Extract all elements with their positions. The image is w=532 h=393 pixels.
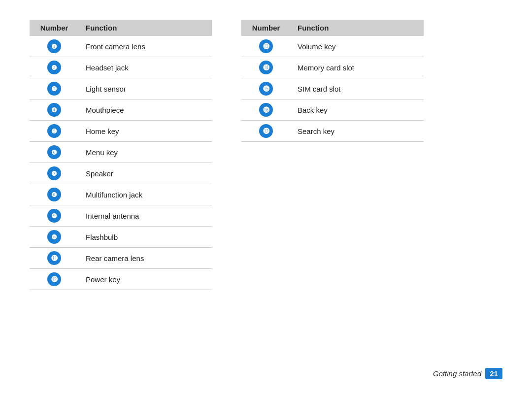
func-cell: Light sensor	[79, 78, 212, 99]
func-cell: Memory card slot	[291, 57, 424, 78]
num-cell: ❿	[30, 227, 79, 248]
func-cell: Flashbulb	[79, 227, 212, 248]
num-badge: ❶	[47, 39, 61, 53]
table-row: ⓭ Volume key	[241, 36, 424, 57]
table-left: Number Function ❶ Front camera lens ❷ He…	[30, 20, 212, 290]
num-badge: ❷	[47, 61, 61, 74]
num-badge: ❻	[47, 145, 61, 159]
num-cell: ❹	[30, 99, 79, 121]
table-row: ❼ Speaker	[30, 163, 212, 184]
func-cell: Mouthpiece	[79, 99, 212, 121]
table-right: Number Function ⓭ Volume key ⓮ Memory ca…	[241, 20, 424, 142]
num-badge: ⓰	[259, 103, 273, 117]
table-row: ❹ Mouthpiece	[30, 99, 212, 121]
func-cell: Rear camera lens	[79, 248, 212, 269]
num-cell: ⓰	[241, 99, 291, 121]
table1-header-function: Function	[79, 20, 212, 36]
func-cell: Menu key	[79, 142, 212, 163]
num-badge: ❺	[47, 124, 61, 138]
func-cell: Headset jack	[79, 57, 212, 78]
num-badge: ⓭	[259, 39, 273, 53]
table2-header-function: Function	[291, 20, 424, 36]
func-cell: Power key	[79, 269, 212, 290]
footer: Getting started 21	[433, 368, 502, 379]
table-row: ⓰ Back key	[241, 99, 424, 121]
num-cell: ⓱	[241, 121, 291, 142]
table-row: ❸ Light sensor	[30, 78, 212, 99]
table2-header-number: Number	[241, 20, 291, 36]
table-row: ❿ Flashbulb	[30, 227, 212, 248]
table-row: ❻ Menu key	[30, 142, 212, 163]
func-cell: Volume key	[291, 36, 424, 57]
num-badge: ❼	[47, 166, 61, 180]
num-cell: ❻	[30, 142, 79, 163]
func-cell: SIM card slot	[291, 78, 424, 99]
func-cell: Back key	[291, 99, 424, 121]
num-cell: ⓬	[30, 269, 79, 290]
table-row: ⓫ Rear camera lens	[30, 248, 212, 269]
table-row: ⓮ Memory card slot	[241, 57, 424, 78]
table-row: ⓱ Search key	[241, 121, 424, 142]
num-badge: ⓫	[47, 251, 61, 265]
num-cell: ⓫	[30, 248, 79, 269]
num-badge: ❾	[47, 209, 61, 223]
func-cell: Home key	[79, 121, 212, 142]
footer-text: Getting started	[433, 369, 481, 378]
num-cell: ❽	[30, 184, 79, 205]
table-row: ⓯ SIM card slot	[241, 78, 424, 99]
num-cell: ❶	[30, 36, 79, 57]
num-cell: ⓮	[241, 57, 291, 78]
num-cell: ❾	[30, 205, 79, 227]
func-cell: Front camera lens	[79, 36, 212, 57]
func-cell: Speaker	[79, 163, 212, 184]
num-badge: ⓱	[259, 124, 273, 138]
tables-wrapper: Number Function ❶ Front camera lens ❷ He…	[30, 20, 502, 290]
table-row: ❽ Multifunction jack	[30, 184, 212, 205]
num-cell: ⓭	[241, 36, 291, 57]
func-cell: Internal antenna	[79, 205, 212, 227]
table-row: ❶ Front camera lens	[30, 36, 212, 57]
table-row: ⓬ Power key	[30, 269, 212, 290]
num-badge: ❹	[47, 103, 61, 117]
func-cell: Multifunction jack	[79, 184, 212, 205]
table-row: ❷ Headset jack	[30, 57, 212, 78]
func-cell: Search key	[291, 121, 424, 142]
num-badge: ❿	[47, 230, 61, 244]
table-row: ❺ Home key	[30, 121, 212, 142]
num-cell: ❸	[30, 78, 79, 99]
num-badge: ⓯	[259, 82, 273, 96]
num-badge: ❸	[47, 82, 61, 96]
num-badge: ❽	[47, 188, 61, 201]
table1-header-number: Number	[30, 20, 79, 36]
num-badge: ⓬	[47, 272, 61, 286]
num-badge: ⓮	[259, 61, 273, 74]
num-cell: ❷	[30, 57, 79, 78]
num-cell: ⓯	[241, 78, 291, 99]
num-cell: ❺	[30, 121, 79, 142]
num-cell: ❼	[30, 163, 79, 184]
table-row: ❾ Internal antenna	[30, 205, 212, 227]
footer-page: 21	[485, 368, 502, 379]
